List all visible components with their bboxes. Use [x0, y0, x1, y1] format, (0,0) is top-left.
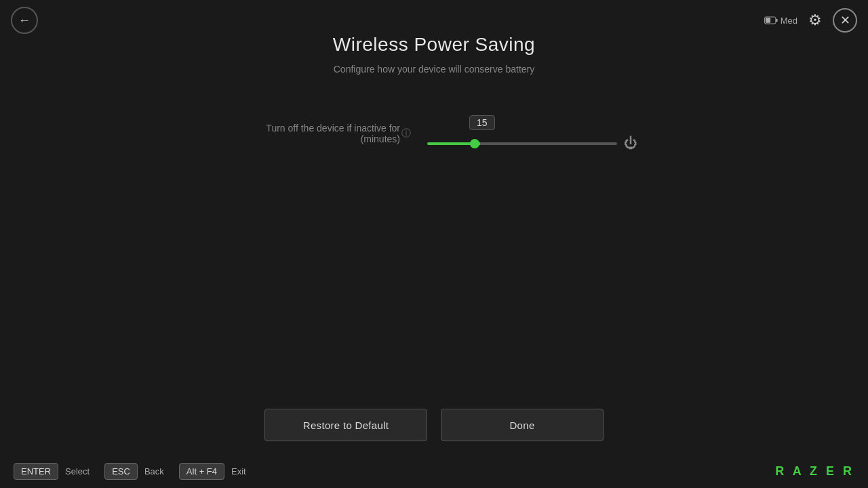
enter-key-badge: ENTER	[14, 463, 58, 480]
keyboard-hints: ENTER Select ESC Back Alt + F4 Exit	[0, 455, 868, 488]
inactive-timer-slider[interactable]	[427, 142, 617, 145]
svg-rect-2	[776, 19, 777, 22]
slider-label-wrap: Turn off the device if inactive for (min…	[231, 123, 411, 144]
power-icon[interactable]: ⏻	[624, 136, 637, 151]
restore-default-button[interactable]: Restore to Default	[264, 409, 427, 441]
back-button[interactable]: ←	[11, 7, 38, 34]
slider-label: Turn off the device if inactive for (min…	[231, 123, 400, 144]
enter-key-label: Select	[65, 466, 90, 476]
page-subtitle: Configure how your device will conserve …	[334, 64, 534, 75]
close-icon: ✕	[840, 13, 850, 28]
slider-value-bubble: 15	[469, 115, 495, 130]
back-icon: ←	[18, 14, 31, 28]
battery-icon	[764, 16, 778, 25]
info-icon[interactable]: ⓘ	[401, 127, 411, 140]
slider-container: 15 ⏻	[427, 115, 637, 151]
action-buttons: Restore to Default Done	[264, 409, 604, 441]
alt-f4-key-badge: Alt + F4	[179, 463, 224, 480]
svg-rect-1	[766, 18, 770, 22]
slider-track-wrap: ⏻	[427, 136, 637, 151]
done-button[interactable]: Done	[441, 409, 604, 441]
alt-f4-key-label: Exit	[231, 466, 246, 476]
settings-button[interactable]: ⚙	[803, 8, 827, 33]
slider-section: Turn off the device if inactive for (min…	[231, 115, 637, 151]
top-bar: ← Med ⚙ ✕	[0, 0, 868, 41]
top-right-controls: Med ⚙ ✕	[764, 8, 857, 33]
battery-level-text: Med	[781, 16, 797, 26]
battery-indicator: Med	[764, 16, 797, 26]
esc-key-badge: ESC	[104, 463, 138, 480]
gear-icon: ⚙	[808, 12, 822, 29]
close-button[interactable]: ✕	[833, 8, 857, 33]
razer-logo: R A Z E R	[775, 464, 854, 479]
bottom-section: Restore to Default Done ENTER Select ESC…	[0, 409, 868, 488]
esc-key-label: Back	[144, 466, 164, 476]
